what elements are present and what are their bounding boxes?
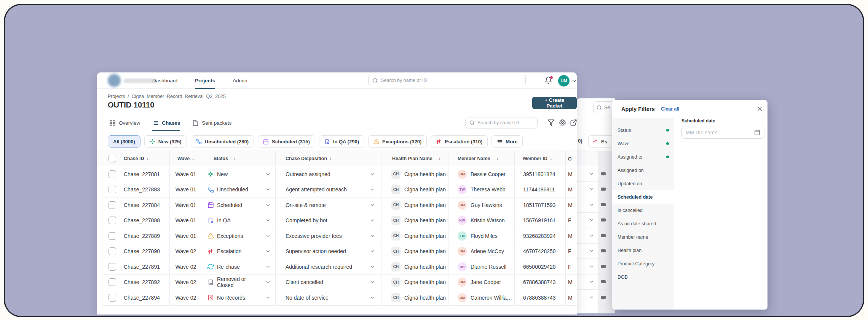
row-checkbox[interactable]	[108, 294, 116, 302]
calendar-icon[interactable]	[754, 129, 760, 135]
disposition-dropdown[interactable]: Outreach assigned	[276, 167, 381, 182]
user-menu-chevron-icon[interactable]	[571, 78, 577, 84]
filter-item-health-plan[interactable]: Health plan	[612, 244, 674, 257]
row-checkbox[interactable]	[108, 170, 116, 178]
filter-item-updated-on[interactable]: Updated on	[612, 177, 674, 190]
filter-icon[interactable]	[547, 119, 555, 126]
table-row[interactable]: Chase_227889 Wave 01 Exceptions Excessiv…	[102, 228, 577, 244]
sort-icon[interactable]: ↓	[192, 156, 194, 161]
column-header-member-id[interactable]: Member ID	[523, 156, 547, 161]
column-header-member-name[interactable]: Member Name	[458, 156, 490, 161]
table-row[interactable]: Chase_227890 Wave 02 Escalation Supervis…	[102, 244, 577, 260]
scheduled-date-input[interactable]	[686, 130, 752, 135]
table-row[interactable]: Chase_227894 Wave 02 No Records No date …	[102, 290, 577, 306]
filter-item-member-name[interactable]: Member name	[612, 230, 674, 244]
chip-scheduled[interactable]: Scheduled (315)	[258, 135, 315, 148]
row-checkbox[interactable]	[108, 263, 116, 271]
row-checkbox[interactable]	[108, 247, 116, 255]
disposition-dropdown[interactable]: Excessive provider fees	[276, 228, 381, 244]
disposition-dropdown[interactable]: On-site & remote	[276, 197, 381, 213]
sort-icon[interactable]: ↓	[496, 156, 498, 161]
chip-label: More	[506, 139, 517, 144]
row-checkbox[interactable]	[108, 201, 116, 209]
table-row[interactable]: Chase_227891 Wave 02 Re-chase Additional…	[102, 259, 577, 275]
status-dropdown[interactable]: Unscheduled	[202, 182, 276, 197]
row-checkbox[interactable]	[108, 278, 116, 286]
disposition-dropdown[interactable]: No date of service	[276, 290, 381, 305]
row-checkbox[interactable]	[108, 186, 116, 193]
chase-search[interactable]	[465, 117, 538, 128]
global-search[interactable]	[368, 75, 526, 86]
status-dropdown[interactable]: Exceptions	[202, 228, 276, 244]
list-icon	[152, 120, 159, 126]
status-dropdown[interactable]: New	[202, 167, 276, 182]
member-cell: TWTheresa Webb	[448, 182, 515, 197]
status-dropdown[interactable]: Re-chase	[202, 259, 276, 274]
column-header-disposition[interactable]: Chase Disposition	[286, 156, 327, 161]
sort-icon[interactable]: ↓	[233, 156, 236, 161]
table-row[interactable]: Chase_227888 Wave 01 In QA Completed by …	[102, 213, 577, 229]
export-icon[interactable]	[570, 119, 577, 126]
create-packet-button[interactable]: + Create Packet	[532, 97, 577, 109]
breadcrumb-projects[interactable]: Projects	[108, 94, 125, 99]
gear-icon[interactable]	[559, 119, 566, 126]
chip-exceptions[interactable]: Exceptions (320)	[368, 135, 427, 148]
tab-chases[interactable]: Chases	[152, 114, 180, 131]
status-dropdown[interactable]: Escalation	[202, 244, 276, 259]
disposition-dropdown[interactable]: Client cancelled	[276, 275, 381, 290]
filter-item-assigned-on[interactable]: Assigned on	[612, 164, 674, 177]
sort-icon[interactable]: ↓	[147, 156, 149, 161]
column-header-chase-id[interactable]: Chase ID	[124, 156, 144, 161]
table-row[interactable]: Chase_227881 Wave 01 New Outreach assign…	[102, 167, 577, 182]
chip-escalation[interactable]: Escalation (310)	[431, 135, 488, 148]
column-header-wave[interactable]: Wave	[177, 156, 190, 161]
chip-new[interactable]: New (325)	[144, 135, 187, 148]
filter-item-product-category[interactable]: Product Category	[612, 257, 674, 270]
filter-item-status[interactable]: Status	[612, 124, 674, 137]
table-row[interactable]: Chase_227884 Wave 01 Scheduled On-site &…	[102, 197, 577, 213]
status-filter-chips: All (3000) New (325) Unscheduled (280) S…	[108, 135, 523, 148]
filter-item-scheduled-date[interactable]: Scheduled date	[612, 190, 674, 204]
clear-all-link[interactable]: Clear all	[661, 106, 680, 112]
status-dropdown[interactable]: Removed or Closed	[202, 275, 276, 290]
status-dropdown[interactable]: Scheduled	[202, 197, 276, 213]
disposition-dropdown[interactable]: Additional research required	[276, 259, 381, 274]
sort-icon[interactable]: ↓	[439, 156, 441, 161]
sort-icon[interactable]: ↓	[550, 156, 552, 161]
global-search-input[interactable]	[381, 78, 510, 83]
member-id-cell: 15676919161	[515, 213, 566, 228]
chip-in-qa[interactable]: In QA (290)	[319, 135, 364, 148]
user-avatar[interactable]: UM	[558, 75, 570, 87]
select-all-checkbox[interactable]	[108, 155, 116, 162]
member-cell: UMCameron William...	[448, 290, 515, 305]
disposition-dropdown[interactable]: Agent attempted outreach	[276, 182, 381, 197]
table-row[interactable]: Chase_227892 Wave 02 Removed or Closed C…	[102, 275, 577, 291]
filter-item-as-on-date-shared[interactable]: As on date shared	[612, 217, 674, 230]
status-dropdown[interactable]: No Records	[202, 290, 276, 305]
tab-sent-packets[interactable]: Sent packets	[192, 114, 231, 131]
sort-icon[interactable]: ↓	[329, 156, 332, 161]
chip-all[interactable]: All (3000)	[108, 135, 140, 148]
chip-unscheduled[interactable]: Unscheduled (280)	[191, 135, 254, 148]
filter-item-assigned-to[interactable]: Assigned to	[612, 150, 674, 164]
column-header-status[interactable]: Status	[214, 156, 228, 161]
status-dropdown[interactable]: In QA	[202, 213, 276, 228]
disposition-dropdown[interactable]: Supervisor action needed	[276, 244, 381, 259]
nav-item-dashboard[interactable]: Dashboard	[152, 72, 177, 89]
tab-overview[interactable]: Overview	[109, 114, 140, 131]
notifications-button[interactable]	[544, 76, 554, 85]
chip-more[interactable]: More	[491, 135, 523, 148]
table-row[interactable]: Chase_227883 Wave 01 Unscheduled Agent a…	[102, 182, 577, 198]
chase-search-input[interactable]	[477, 120, 531, 125]
close-icon[interactable]	[756, 106, 763, 112]
row-checkbox[interactable]	[108, 217, 116, 224]
filter-item-dob[interactable]: DOB	[612, 270, 674, 284]
row-checkbox[interactable]	[108, 232, 116, 240]
filter-item-wave[interactable]: Wave	[612, 137, 674, 150]
disposition-dropdown[interactable]: Completed by bot	[276, 213, 381, 228]
filter-item-is-cancelled[interactable]: Is cancelled	[612, 204, 674, 217]
nav-item-projects[interactable]: Projects	[195, 72, 215, 89]
scheduled-date-field[interactable]	[681, 126, 764, 139]
column-header-health-plan[interactable]: Health Plan Name	[392, 156, 432, 161]
nav-item-admin[interactable]: Admin	[233, 72, 247, 89]
